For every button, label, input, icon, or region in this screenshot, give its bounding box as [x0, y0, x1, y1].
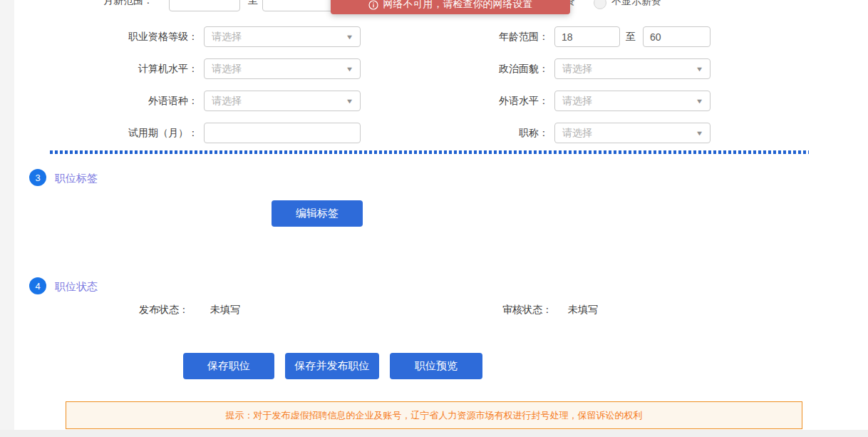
salary-max-field[interactable] — [262, 0, 334, 11]
section-3-title: 职位标签 — [55, 172, 98, 185]
save-and-publish-button[interactable]: 保存并发布职位 — [285, 353, 379, 379]
publish-status-value: 未填写 — [210, 304, 240, 317]
page-bottom-gutter — [0, 430, 868, 437]
salary-to-label: 至 — [248, 0, 258, 7]
section-4-title: 职位状态 — [55, 280, 98, 294]
notice-bar: 提示：对于发布虚假招聘信息的企业及账号，辽宁省人力资源市场有权进行封号处理，保留… — [66, 401, 802, 429]
age-min-field[interactable] — [554, 26, 620, 47]
probation-label: 试用期（月）： — [43, 127, 198, 140]
qualification-select[interactable]: 请选择 ▼ — [204, 26, 361, 47]
computer-level-select[interactable]: 请选择 ▼ — [204, 58, 361, 79]
section-4-badge: 4 — [29, 277, 46, 294]
foreign-language-label: 外语语种： — [43, 95, 198, 108]
foreign-language-select[interactable]: 请选择 ▼ — [204, 91, 361, 111]
caret-down-icon: ▼ — [696, 130, 704, 137]
notice-text: 提示：对于发布虚假招聘信息的企业及账号，辽宁省人力资源市场有权进行封号处理，保留… — [226, 409, 643, 422]
age-max-input[interactable] — [643, 26, 711, 47]
job-title-select[interactable]: 请选择 ▼ — [554, 123, 711, 143]
section-3-badge: 3 — [29, 169, 46, 186]
political-status-label: 政治面貌： — [399, 63, 549, 76]
salary-min-input[interactable] — [169, 0, 240, 11]
page-left-gutter — [0, 0, 14, 437]
caret-down-icon: ▼ — [696, 66, 704, 73]
salary-range-label: 月薪范围： — [103, 0, 153, 7]
caret-down-icon: ▼ — [696, 98, 704, 105]
foreign-level-label: 外语水平： — [399, 95, 549, 108]
edit-tags-button[interactable]: 编辑标签 — [272, 200, 363, 227]
job-title-label: 职称： — [399, 127, 549, 140]
job-preview-button[interactable]: 职位预览 — [390, 353, 482, 379]
job-title-placeholder: 请选择 — [562, 127, 592, 140]
qualification-label: 职业资格等级： — [43, 31, 198, 43]
network-error-toast: 网络不可用，请检查你的网络设置 — [331, 0, 570, 14]
probation-input[interactable] — [204, 123, 361, 143]
publish-status-label: 发布状态： — [139, 304, 189, 317]
age-range-label: 年龄范围： — [399, 31, 549, 43]
caret-down-icon: ▼ — [346, 34, 354, 41]
computer-level-placeholder: 请选择 — [212, 63, 242, 76]
salary-max-input[interactable] — [262, 0, 334, 11]
probation-field[interactable] — [204, 123, 361, 143]
computer-level-label: 计算机水平： — [43, 63, 198, 76]
caret-down-icon: ▼ — [346, 98, 354, 105]
audit-status-value: 未填写 — [568, 304, 598, 317]
job-edit-page: 月薪范围： 至 资 不显示薪资 网络不可用，请检查你的网络设置 职业资格等级： … — [0, 0, 868, 437]
age-max-field[interactable] — [643, 26, 711, 47]
dotted-divider — [50, 150, 809, 154]
political-status-placeholder: 请选择 — [562, 63, 592, 76]
political-status-select[interactable]: 请选择 ▼ — [554, 58, 711, 79]
hide-salary-radio[interactable] — [594, 0, 606, 9]
save-job-button[interactable]: 保存职位 — [183, 353, 274, 379]
network-error-text: 网络不可用，请检查你的网络设置 — [383, 0, 533, 11]
hide-salary-radio-label[interactable]: 不显示薪资 — [611, 0, 661, 8]
caret-down-icon: ▼ — [346, 66, 354, 73]
qualification-placeholder: 请选择 — [212, 31, 242, 43]
foreign-level-placeholder: 请选择 — [562, 95, 592, 108]
age-to-label: 至 — [626, 31, 636, 43]
foreign-level-select[interactable]: 请选择 ▼ — [554, 91, 711, 111]
audit-status-label: 审核状态： — [502, 304, 552, 317]
foreign-language-placeholder: 请选择 — [212, 95, 242, 108]
salary-min-field[interactable] — [169, 0, 240, 11]
age-min-input[interactable] — [554, 26, 620, 47]
info-icon — [368, 0, 378, 10]
